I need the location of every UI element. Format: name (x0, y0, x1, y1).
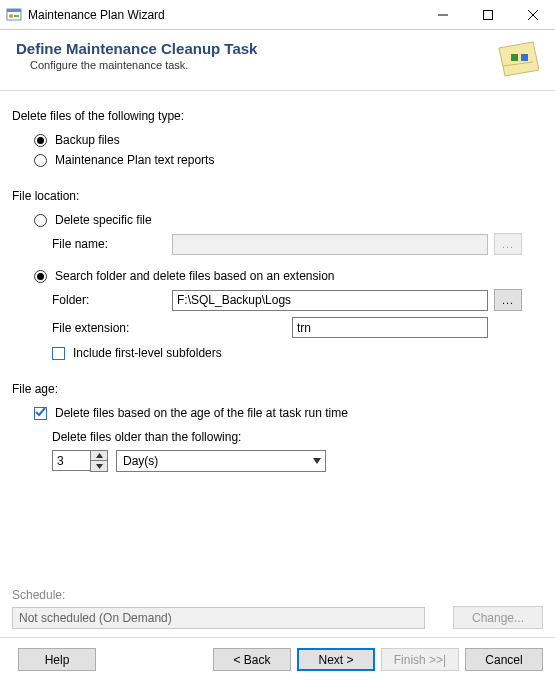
folder-browse-button[interactable]: ... (494, 289, 522, 311)
file-location-label: File location: (12, 189, 543, 203)
extension-label: File extension: (52, 321, 292, 335)
svg-rect-3 (14, 15, 19, 17)
checkbox-delete-by-age-label: Delete files based on the age of the fil… (55, 406, 348, 420)
svg-marker-13 (96, 464, 103, 469)
wizard-header: Define Maintenance Cleanup Task Configur… (0, 30, 555, 90)
spinner-up-button[interactable] (91, 451, 107, 461)
age-number-input[interactable] (52, 450, 90, 471)
app-icon (6, 7, 22, 23)
svg-marker-14 (313, 458, 321, 464)
svg-rect-9 (511, 54, 518, 61)
radio-search-folder-label: Search folder and delete files based on … (55, 269, 335, 283)
radio-delete-specific[interactable] (34, 214, 47, 227)
folder-input[interactable] (172, 290, 488, 311)
window-title: Maintenance Plan Wizard (28, 8, 420, 22)
age-unit-select[interactable]: Day(s) (116, 450, 326, 472)
finish-button: Finish >>| (381, 648, 459, 671)
filename-input (172, 234, 488, 255)
svg-point-2 (9, 14, 13, 18)
checkbox-delete-by-age[interactable] (34, 407, 47, 420)
radio-delete-specific-label: Delete specific file (55, 213, 152, 227)
age-unit-value: Day(s) (123, 454, 158, 468)
radio-backup-files[interactable] (34, 134, 47, 147)
svg-marker-12 (96, 453, 103, 458)
age-number-spinner[interactable] (52, 450, 108, 472)
filename-browse-button: ... (494, 233, 522, 255)
radio-backup-files-label: Backup files (55, 133, 120, 147)
extension-input[interactable] (292, 317, 488, 338)
schedule-field: Not scheduled (On Demand) (12, 607, 425, 629)
page-title: Define Maintenance Cleanup Task (16, 40, 493, 57)
wizard-footer: Help < Back Next > Finish >>| Cancel (0, 637, 555, 685)
change-schedule-button: Change... (453, 606, 543, 629)
svg-rect-5 (483, 10, 492, 19)
checkbox-include-subfolders-label: Include first-level subfolders (73, 346, 222, 360)
spinner-down-button[interactable] (91, 461, 107, 471)
file-age-label: File age: (12, 382, 543, 396)
next-button[interactable]: Next > (297, 648, 375, 671)
checkbox-include-subfolders[interactable] (52, 347, 65, 360)
folder-label: Folder: (52, 293, 172, 307)
help-button[interactable]: Help (18, 648, 96, 671)
minimize-button[interactable] (420, 0, 465, 30)
wizard-icon (493, 40, 539, 80)
maximize-button[interactable] (465, 0, 510, 30)
page-subtitle: Configure the maintenance task. (30, 59, 493, 71)
chevron-down-icon (313, 458, 321, 464)
svg-rect-10 (521, 54, 528, 61)
back-button[interactable]: < Back (213, 648, 291, 671)
cancel-button[interactable]: Cancel (465, 648, 543, 671)
svg-rect-1 (7, 9, 21, 12)
filename-label: File name: (52, 237, 172, 251)
older-than-label: Delete files older than the following: (52, 430, 543, 444)
radio-search-folder[interactable] (34, 270, 47, 283)
radio-text-reports-label: Maintenance Plan text reports (55, 153, 214, 167)
close-button[interactable] (510, 0, 555, 30)
schedule-label: Schedule: (12, 588, 543, 602)
file-type-label: Delete files of the following type: (12, 109, 543, 123)
title-bar: Maintenance Plan Wizard (0, 0, 555, 30)
radio-text-reports[interactable] (34, 154, 47, 167)
svg-marker-8 (499, 42, 539, 76)
